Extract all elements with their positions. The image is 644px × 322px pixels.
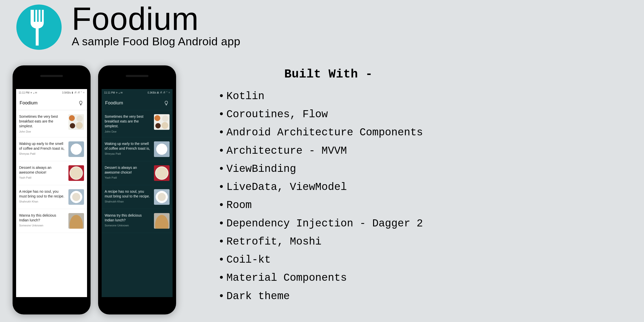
post-title: Wanna try this delicious Indian lunch? [105,213,151,223]
built-with-item: Material Components [216,269,631,287]
net-rate: 0.3KB/s [148,91,156,94]
list-item[interactable]: Wanna try this delicious Indian lunch?So… [102,209,173,233]
post-thumbnail [68,165,84,181]
post-title: Wanna try this delicious Indian lunch? [19,213,65,223]
list-item[interactable]: Wanna try this delicious Indian lunch?So… [16,209,87,233]
post-author: Someone Unknown [105,224,151,227]
header: Foodium A sample Food Blog Android app [16,5,240,50]
post-thumbnail [154,189,170,205]
list-item[interactable]: A recipe has no soul, you must bring sou… [102,185,173,209]
post-thumbnail [154,165,170,181]
built-with-item: Kotlin [216,87,631,105]
built-with-heading: Built With - [284,67,631,81]
list-item[interactable]: Waking up early to the smell of coffee a… [102,137,173,161]
post-author: Someone Unknown [19,224,65,227]
built-with-item: Room [216,196,631,214]
app-bar: Foodium [16,96,87,110]
app-title: Foodium [72,3,240,35]
theme-toggle-icon[interactable] [164,100,169,106]
header-text: Foodium A sample Food Blog Android app [72,7,240,48]
app-bar-title: Foodium [105,100,123,106]
built-with-item: Architecture - MVVM [216,142,631,160]
status-bar: 11:11 PM ✈ ⟁ ✉ 0.3KB/s ▮ .ıll .ıll ⌃ ⌗ [102,89,173,96]
status-right-icons: ▮ .ıll .ıll ⌃ ⌗ [157,91,170,94]
built-with-item: Android Architecture Components [216,124,631,142]
post-thumbnail [68,189,84,205]
post-title: Sometimes the very best breakfast eats a… [105,114,151,129]
list-item[interactable]: Waking up early to the smell of coffee a… [16,137,87,161]
built-with-item: Coroutines, Flow [216,105,631,124]
net-rate: 3.5KB/s [62,91,71,94]
status-left-icons: ✈ ⟁ ✉ [116,91,123,94]
list-item[interactable]: Sometimes the very best breakfast eats a… [16,110,87,137]
post-title: A recipe has no soul, you must bring sou… [19,189,65,199]
phone-speaker [40,75,63,77]
post-thumbnail [68,141,84,157]
phone-speaker [126,75,148,77]
status-time: 11:11 PM [104,91,115,94]
list-item[interactable]: Dessert is always an awesome choice!Yash… [16,161,87,185]
built-with-item: Dark theme [216,287,631,305]
post-thumbnail [154,141,170,157]
post-list[interactable]: Sometimes the very best breakfast eats a… [16,110,87,233]
list-item[interactable]: Dessert is always an awesome choice!Yash… [102,161,173,185]
built-with-item: Coil-kt [216,251,631,269]
phone-dark-screen: 11:11 PM ✈ ⟁ ✉ 0.3KB/s ▮ .ıll .ıll ⌃ ⌗ F… [102,89,173,297]
app-bar-title: Foodium [20,100,37,106]
post-title: Dessert is always an awesome choice! [19,165,65,175]
post-thumbnail [154,114,170,130]
post-author: Yash Patil [105,176,151,179]
phone-light-screen: 11:11 PM ✈ ⟁ ✉ 3.5KB/s ▮ .ıll .ıll ⌃ ⌗ F… [16,89,87,297]
post-title: Waking up early to the smell of coffee a… [105,141,151,151]
post-list[interactable]: Sometimes the very best breakfast eats a… [102,110,173,233]
fork-icon [28,9,50,46]
app-logo [16,5,62,50]
theme-toggle-icon[interactable] [78,100,84,106]
list-item[interactable]: A recipe has no soul, you must bring sou… [16,185,87,209]
status-left-icons: ✈ ⟁ ✉ [30,91,37,94]
post-author: John Doe [19,130,65,133]
built-with-item: ViewBinding [216,160,631,178]
post-thumbnail [68,114,84,130]
status-bar: 11:11 PM ✈ ⟁ ✉ 3.5KB/s ▮ .ıll .ıll ⌃ ⌗ [16,89,87,96]
post-author: Shahrukh Khan [19,200,65,203]
post-author: Shahrukh Khan [105,200,151,203]
post-title: Sometimes the very best breakfast eats a… [19,114,65,129]
built-with-list: KotlinCoroutines, FlowAndroid Architectu… [216,87,631,305]
post-author: Shreyas Patil [105,152,151,155]
phone-mockups: 11:11 PM ✈ ⟁ ✉ 3.5KB/s ▮ .ıll .ıll ⌃ ⌗ F… [13,65,176,314]
app-bar: Foodium [102,96,173,110]
phone-light: 11:11 PM ✈ ⟁ ✉ 3.5KB/s ▮ .ıll .ıll ⌃ ⌗ F… [13,65,91,314]
post-author: Yash Patil [19,176,65,179]
built-with-section: Built With - KotlinCoroutines, FlowAndro… [216,67,631,305]
built-with-item: Retrofit, Moshi [216,233,631,251]
post-author: John Doe [105,130,151,133]
status-right-icons: ▮ .ıll .ıll ⌃ ⌗ [72,91,85,94]
built-with-item: LiveData, ViewModel [216,178,631,196]
post-title: Waking up early to the smell of coffee a… [19,141,65,151]
post-title: A recipe has no soul, you must bring sou… [105,189,151,199]
built-with-item: Dependency Injection - Dagger 2 [216,215,631,233]
post-thumbnail [154,213,170,229]
post-thumbnail [68,213,84,229]
status-time: 11:11 PM [19,91,29,94]
list-item[interactable]: Sometimes the very best breakfast eats a… [102,110,173,137]
post-title: Dessert is always an awesome choice! [105,165,151,175]
post-author: Shreyas Patil [19,152,65,155]
app-subtitle: A sample Food Blog Android app [72,35,240,48]
phone-dark: 11:11 PM ✈ ⟁ ✉ 0.3KB/s ▮ .ıll .ıll ⌃ ⌗ F… [98,65,176,314]
